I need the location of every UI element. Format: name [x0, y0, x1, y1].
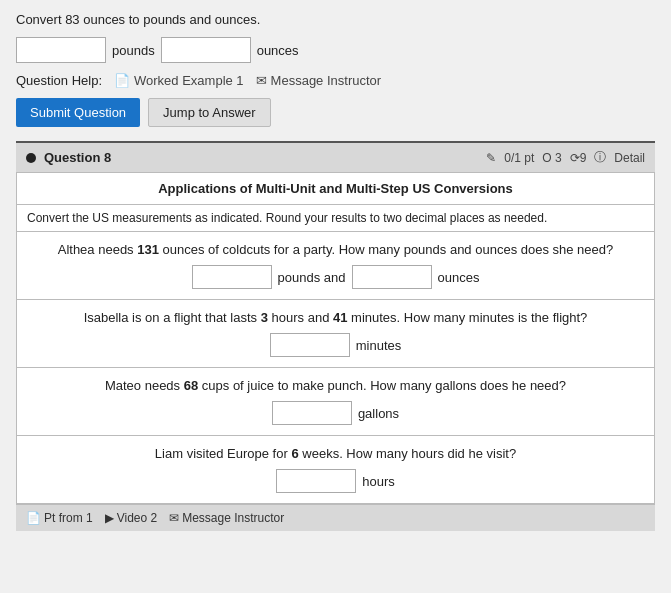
liam-hours-label: hours: [362, 474, 395, 489]
page-wrapper: Convert 83 ounces to pounds and ounces. …: [0, 0, 671, 593]
card-section-liam: Liam visited Europe for 6 weeks. How man…: [17, 436, 654, 503]
video-link[interactable]: ▶ Video 2: [105, 511, 157, 525]
question8-card: Applications of Multi-Unit and Multi-Ste…: [16, 172, 655, 504]
pt-icon: 📄: [26, 511, 41, 525]
althea-pounds-label: pounds and: [278, 270, 346, 285]
liam-question-text: Liam visited Europe for 6 weeks. How man…: [33, 446, 638, 461]
isabella-input-row: minutes: [33, 333, 638, 357]
submit-question-button[interactable]: Submit Question: [16, 98, 140, 127]
q7-input-row: pounds ounces: [16, 37, 655, 63]
q8-circle: O 3: [542, 151, 561, 165]
info-icon: ⓘ: [594, 149, 606, 166]
q7-ounces-label: ounces: [257, 43, 299, 58]
q8-header-right: ✎ 0/1 pt O 3 ⟳9 ⓘ Detail: [486, 149, 645, 166]
bottom-bar: 📄 Pt from 1 ▶ Video 2 ✉ Message Instruct…: [16, 504, 655, 531]
message-instructor-link[interactable]: ✉ Message Instructor: [256, 73, 382, 88]
bottom-message-instructor-link[interactable]: ✉ Message Instructor: [169, 511, 284, 525]
mateo-question-text: Mateo needs 68 cups of juice to make pun…: [33, 378, 638, 393]
isabella-question-text: Isabella is on a flight that lasts 3 hou…: [33, 310, 638, 325]
althea-input-row: pounds and ounces: [33, 265, 638, 289]
mail-icon: ✉: [256, 73, 267, 88]
video-icon: ▶: [105, 511, 114, 525]
message-instructor-label: Message Instructor: [271, 73, 382, 88]
question8-header: Question 8 ✎ 0/1 pt O 3 ⟳9 ⓘ Detail: [16, 141, 655, 172]
q8-refresh: ⟳9: [570, 151, 587, 165]
q8-score: 0/1 pt: [504, 151, 534, 165]
jump-to-answer-button[interactable]: Jump to Answer: [148, 98, 271, 127]
card-section-isabella: Isabella is on a flight that lasts 3 hou…: [17, 300, 654, 368]
card-title: Applications of Multi-Unit and Multi-Ste…: [17, 173, 654, 205]
althea-question-text: Althea needs 131 ounces of coldcuts for …: [33, 242, 638, 257]
card-subtitle: Convert the US measurements as indicated…: [17, 205, 654, 232]
isabella-minutes-label: minutes: [356, 338, 402, 353]
q8-score-icon: ✎: [486, 151, 496, 165]
q7-pounds-label: pounds: [112, 43, 155, 58]
q7-ounces-input[interactable]: [161, 37, 251, 63]
mateo-input-row: gallons: [33, 401, 638, 425]
q8-label: Question 8: [44, 150, 111, 165]
isabella-minutes-input[interactable]: [270, 333, 350, 357]
question-help-label: Question Help:: [16, 73, 102, 88]
q8-detail-link[interactable]: Detail: [614, 151, 645, 165]
card-section-althea: Althea needs 131 ounces of coldcuts for …: [17, 232, 654, 300]
liam-input-row: hours: [33, 469, 638, 493]
question7-text: Convert 83 ounces to pounds and ounces.: [16, 12, 655, 27]
document-icon: 📄: [114, 73, 130, 88]
althea-pounds-input[interactable]: [192, 265, 272, 289]
liam-hours-input[interactable]: [276, 469, 356, 493]
card-section-mateo: Mateo needs 68 cups of juice to make pun…: [17, 368, 654, 436]
bullet-dot: [26, 153, 36, 163]
althea-ounces-input[interactable]: [352, 265, 432, 289]
question-help-row: Question Help: 📄 Worked Example 1 ✉ Mess…: [16, 73, 655, 88]
bottom-mail-icon: ✉: [169, 511, 179, 525]
bottom-message-label: Message Instructor: [182, 511, 284, 525]
action-buttons-row: Submit Question Jump to Answer: [16, 98, 655, 127]
mateo-gallons-label: gallons: [358, 406, 399, 421]
worked-example-label: Worked Example 1: [134, 73, 244, 88]
q7-pounds-input[interactable]: [16, 37, 106, 63]
mateo-gallons-input[interactable]: [272, 401, 352, 425]
q8-header-left: Question 8: [26, 150, 111, 165]
video-label: Video 2: [117, 511, 157, 525]
worked-example-link[interactable]: 📄 Worked Example 1: [114, 73, 244, 88]
althea-ounces-label: ounces: [438, 270, 480, 285]
q7-instruction: Convert 83 ounces to pounds and ounces.: [16, 12, 260, 27]
pt-label: Pt from 1: [44, 511, 93, 525]
pt-from-1-link[interactable]: 📄 Pt from 1: [26, 511, 93, 525]
